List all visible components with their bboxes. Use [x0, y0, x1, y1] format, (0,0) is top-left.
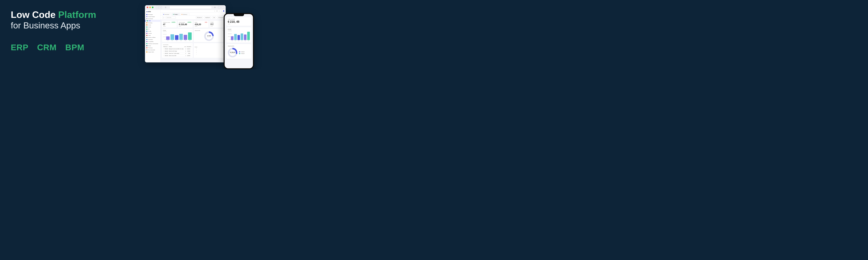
sidebar-item-14[interactable]: Prévisions de trésorerie [145, 43, 160, 45]
row-menu-icon[interactable]: ⋮ [190, 50, 191, 52]
sidebar-item-6[interactable]: Achats [145, 26, 160, 28]
address-bar[interactable] [169, 6, 212, 9]
chart-menu-icon[interactable]: ⋯ [222, 30, 223, 31]
sidebar-icon [146, 39, 147, 40]
phone-cost-unit: Euros [228, 24, 250, 25]
tab-dot-icon [163, 14, 164, 15]
edit-icon[interactable]: ✎ [163, 55, 165, 56]
ytick: 300,000.00 [163, 31, 166, 32]
send-button[interactable]: ✉ Envoyer [217, 16, 224, 18]
phone-donut: 10 000,00 Opportunités [228, 48, 237, 58]
xtick: Mar [247, 40, 250, 41]
pillar-crm: CRM [37, 43, 57, 52]
orders-title: Commandes [163, 44, 168, 45]
close-icon[interactable]: × [169, 14, 170, 15]
xtick: Dec [238, 40, 240, 41]
logo[interactable]: axelor [145, 10, 160, 13]
tab-label: Messenger [164, 14, 169, 15]
view-button[interactable]: Voir [212, 16, 216, 18]
sidebar-item-8[interactable]: Qualité [145, 30, 160, 32]
table-row[interactable]: ✎ID#1126Iphone 13 pro 202111146,48 ⋮ [163, 54, 192, 57]
minimize-icon[interactable] [149, 7, 151, 8]
pillar-erp: ERP [11, 43, 28, 52]
sidebar-item-label: Projet [148, 35, 151, 36]
orders-table: Commandes⋯ RéférenceProduitUniTotal (W.T… [162, 43, 193, 58]
row-menu-icon[interactable]: ⋮ [190, 48, 191, 49]
tab-0[interactable]: Messenger× [162, 13, 172, 15]
cell-ref: ✎ID#1124 [163, 50, 168, 52]
tabs-icon[interactable] [221, 6, 224, 9]
print-button[interactable]: Imprimer ▾ [204, 16, 211, 18]
hero-title: Low Code Platform [11, 9, 96, 20]
table-row[interactable]: ✎ID#1124iPad Pro 2017 Model3594,35 ⋮ [163, 50, 192, 52]
browser-window: ‹ › ☰ ⟳ axelor MessengerTravail d'équipe… [145, 5, 226, 63]
sidebar-icon [146, 51, 147, 52]
sidebar-item-12[interactable]: Facturation [145, 38, 160, 41]
sidebar-item-label: Marketing [148, 22, 152, 24]
bell-icon[interactable]: ♪ [221, 10, 222, 12]
sidebar-item-label: Messenger [148, 14, 153, 15]
sidebar-toggle-icon[interactable]: ☰ [164, 6, 167, 9]
maximize-icon[interactable] [152, 7, 153, 8]
share-icon[interactable] [218, 6, 220, 9]
back-icon[interactable]: ‹ [156, 6, 159, 9]
column-header[interactable]: Total (W.T.) [186, 46, 192, 48]
bar [166, 36, 169, 40]
tab-2[interactable]: Marketing× [180, 13, 189, 15]
close-icon[interactable] [147, 7, 148, 8]
forward-icon[interactable]: › [159, 6, 162, 9]
sidebar-item-16[interactable]: Production [145, 47, 160, 49]
chart-menu-icon[interactable]: ⋯ [191, 44, 192, 45]
sidebar-item-15[interactable]: Stocks [145, 45, 160, 47]
column-header[interactable]: Référence [163, 46, 168, 48]
sidebar-icon [146, 31, 147, 32]
sidebar-item-5[interactable]: Ventes [145, 24, 160, 26]
kpi-duration: Duréecold 418,20 Heures [194, 21, 209, 28]
close-icon[interactable]: × [178, 14, 179, 15]
xtick: Dec [175, 40, 179, 41]
sidebar-item-label: Achats [148, 27, 151, 28]
edit-icon[interactable]: ✎ [163, 48, 165, 49]
xtick: Jan [241, 40, 243, 41]
row-menu-icon[interactable]: ⋮ [190, 55, 191, 56]
tab-label: Marketing [183, 14, 187, 15]
search-input[interactable]: Recherche [165, 16, 176, 18]
column-header[interactable]: Uni [184, 46, 186, 48]
sidebar-item-11[interactable]: Gestion à l'affaire [145, 36, 160, 38]
sidebar-item-10[interactable]: Projet [145, 34, 160, 36]
edit-icon[interactable]: ✎ [163, 53, 165, 54]
star-icon[interactable]: ☆ [219, 10, 220, 12]
table-row[interactable]: ✎ID#1125Gopro hero 7 (with receipt)376,9… [163, 52, 192, 54]
hero-line1a: Low Code [11, 9, 58, 20]
legend-swatch [239, 51, 240, 52]
row-menu-icon[interactable]: ⋮ [190, 53, 191, 54]
ytick: 40 [195, 50, 197, 50]
tab-label: Projets [174, 14, 178, 15]
avatar[interactable] [223, 10, 224, 12]
tab-1[interactable]: Projets× [172, 13, 180, 15]
home-icon[interactable]: ⌂ [214, 10, 215, 12]
chart-menu-icon[interactable]: ⋯ [222, 46, 223, 47]
sidebar-item-4[interactable]: Marketing [145, 22, 160, 24]
sidebar-item-3[interactable]: CRM [145, 20, 160, 22]
sidebar-item-17[interactable]: Parc automobile [145, 49, 160, 51]
close-icon[interactable]: × [187, 14, 188, 15]
sidebar-item-7[interactable]: RH [145, 28, 160, 30]
refresh-icon[interactable]: ⟳ [214, 6, 216, 8]
add-button[interactable]: + [162, 16, 164, 18]
sidebar-item-2[interactable]: Documents [145, 18, 160, 20]
chart-menu-icon[interactable]: ⋯ [191, 30, 192, 31]
mail-icon[interactable]: ✉ [216, 10, 218, 12]
actions-button[interactable]: ⚙ Actions ▾ [196, 16, 203, 18]
xtick: Feb [184, 40, 187, 41]
sidebar-item-9[interactable]: Contrats [145, 32, 160, 34]
sidebar-item-0[interactable]: Messenger [145, 13, 160, 15]
sidebar-item-18[interactable]: Support client [145, 51, 160, 53]
sidebar-item-13[interactable]: Comptabilité [145, 41, 160, 43]
edit-icon[interactable]: ✎ [163, 50, 165, 52]
kpi-cost-title: Coût du projet [179, 22, 185, 23]
cell-product: iPad Pro 2017 Model [168, 50, 184, 52]
sidebar-item-1[interactable]: Travail d'équipe [145, 15, 160, 18]
table-row[interactable]: ✎ID#1123Macbook Pro 16 inch (2022 ) For … [163, 48, 192, 50]
column-header[interactable]: Produit [168, 46, 184, 48]
